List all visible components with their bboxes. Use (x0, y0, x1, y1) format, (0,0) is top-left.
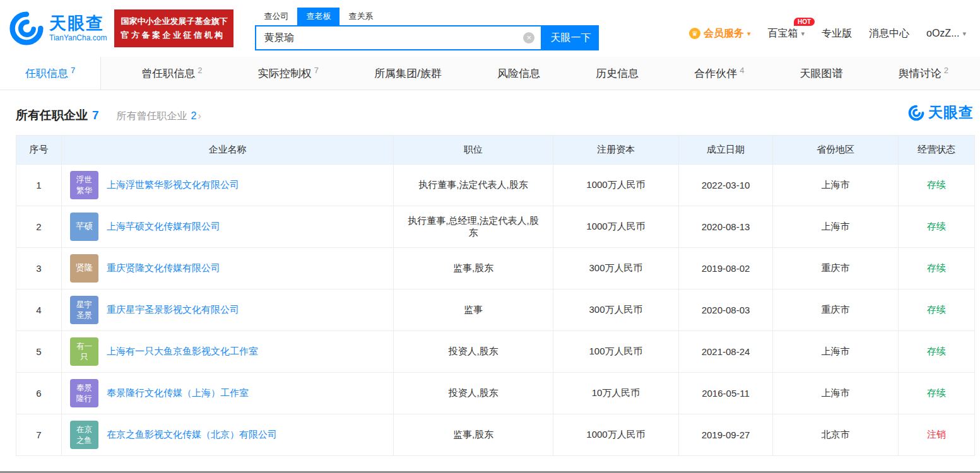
search-tab-search-boss[interactable]: 查老板 (297, 8, 339, 25)
tab-count: 7 (314, 66, 319, 75)
column-header: 序号 (16, 136, 62, 165)
company-avatar[interactable]: 芊硕 (70, 213, 98, 241)
position-cell: 执行董事,法定代表人,股东 (394, 165, 553, 206)
capital-cell: 10万人民币 (553, 373, 679, 414)
search-area: 查公司查老板查关系 × 天眼一下 (255, 8, 599, 50)
topnav-label-message-center: 消息中心 (869, 27, 909, 40)
search-box: × (255, 25, 542, 50)
gov-badge-line1: 国家中小企业发展子基金旗下 (121, 15, 227, 28)
tab-count: 2 (198, 66, 202, 75)
tianyancha-logo[interactable]: 天眼查 TianYanCha.com (9, 11, 107, 46)
company-link[interactable]: 在京之鱼影视文化传媒（北京）有限公司 (107, 429, 277, 441)
table-row: 4星宇圣景重庆星宇圣景影视文化有限公司监事300万人民币2020-08-03重庆… (16, 289, 975, 331)
company-cell: 奉景隆行奉景隆行文化传媒（上海）工作室 (62, 373, 394, 414)
tab-partners[interactable]: 合作伙伴4 (679, 57, 759, 90)
column-header: 成立日期 (679, 136, 773, 165)
tab-actual-control[interactable]: 实际控制权7 (243, 57, 334, 90)
past-companies-link[interactable]: 所有曾任职企业2› (117, 110, 201, 123)
company-wrap: 芊硕上海芊硕文化传媒有限公司 (62, 207, 393, 246)
hot-badge: HOT (794, 18, 815, 26)
company-avatar[interactable]: 星宇圣景 (70, 296, 98, 324)
tab-public-opinion[interactable]: 舆情讨论2 (883, 57, 964, 90)
company-cell: 在京之鱼在京之鱼影视文化传媒（北京）有限公司 (62, 414, 394, 456)
crown-icon: ♛ (689, 28, 700, 39)
company-avatar[interactable]: 在京之鱼 (70, 421, 98, 449)
avatar-line: 圣景 (76, 310, 92, 321)
capital-cell: 300万人民币 (553, 248, 679, 289)
company-link[interactable]: 上海有一只大鱼京鱼影视文化工作室 (107, 346, 258, 358)
search-input[interactable] (256, 32, 523, 44)
search-tab-search-relation[interactable]: 查关系 (339, 8, 382, 25)
tab-risk-info[interactable]: 风险信息 (482, 57, 555, 90)
table-row: 7在京之鱼在京之鱼影视文化传媒（北京）有限公司监事,股东1000万人民币2019… (16, 414, 975, 456)
company-avatar[interactable]: 浮世繁华 (70, 171, 98, 199)
company-wrap: 在京之鱼在京之鱼影视文化传媒（北京）有限公司 (62, 416, 393, 454)
search-button[interactable]: 天眼一下 (542, 25, 599, 50)
company-avatar[interactable]: 贤隆 (70, 254, 98, 283)
header: 天眼查 TianYanCha.com 国家中小企业发展子基金旗下 官方备案企业征… (0, 0, 980, 57)
section-title-text: 所有任职企业 (16, 108, 88, 122)
main-content: 所有任职企业7 所有曾任职企业2› 天眼查 序号企业名称职位注册资本成立日期省份… (0, 90, 980, 471)
tianyancha-watermark: 天眼查 (908, 103, 974, 122)
company-link[interactable]: 奉景隆行文化传媒（上海）工作室 (107, 387, 249, 399)
table-row: 1浮世繁华上海浮世繁华影视文化有限公司执行董事,法定代表人,股东1000万人民币… (16, 165, 975, 206)
avatar-line: 隆行 (76, 394, 92, 404)
avatar-line: 之鱼 (76, 435, 92, 446)
region-cell: 上海市 (773, 373, 899, 414)
row-index: 3 (16, 248, 62, 289)
established-date-cell: 2022-03-10 (679, 165, 773, 206)
tab-group-cluster[interactable]: 所属集团/族群 (359, 57, 457, 90)
chevron-down-icon: ▾ (801, 30, 805, 38)
company-link[interactable]: 重庆星宇圣景影视文化有限公司 (107, 304, 239, 316)
company-avatar[interactable]: 有一只 (70, 337, 98, 366)
company-link[interactable]: 上海浮世繁华影视文化有限公司 (107, 179, 239, 191)
topnav-label-pro-version: 专业版 (822, 27, 852, 40)
company-wrap: 贤隆重庆贤隆文化传媒有限公司 (62, 249, 393, 288)
company-avatar[interactable]: 奉景隆行 (70, 379, 98, 407)
tab-employment-info[interactable]: 任职信息7 (0, 57, 101, 90)
gov-certification-badge: 国家中小企业发展子基金旗下 官方备案企业征信机构 (114, 9, 233, 47)
status-badge: 存续 (899, 248, 975, 289)
row-index: 2 (16, 206, 62, 248)
topnav-user-menu[interactable]: oOzZ...▾ (926, 28, 966, 39)
tianyancha-watermark-icon (908, 105, 924, 121)
avatar-line: 只 (80, 352, 88, 363)
position-cell: 监事 (394, 289, 553, 331)
topnav-pro-version[interactable]: 专业版 (822, 27, 852, 40)
tab-tianyan-graph[interactable]: 天眼图谱 (785, 57, 858, 90)
row-index: 1 (16, 165, 62, 206)
tab-label: 合作伙伴 (694, 66, 737, 81)
section-title: 所有任职企业7 (16, 107, 99, 124)
position-cell: 监事,股东 (394, 414, 553, 456)
gov-badge-line2: 官方备案企业征信机构 (121, 28, 227, 42)
established-date-cell: 2020-08-13 (679, 206, 773, 248)
search-row: × 天眼一下 (255, 25, 599, 50)
company-link[interactable]: 重庆贤隆文化传媒有限公司 (107, 262, 220, 274)
search-tab-search-company[interactable]: 查公司 (255, 8, 297, 25)
company-link[interactable]: 上海芊硕文化传媒有限公司 (107, 221, 220, 233)
brand-domain: TianYanCha.com (49, 33, 107, 42)
avatar-line: 星宇 (76, 300, 92, 310)
company-cell: 星宇圣景重庆星宇圣景影视文化有限公司 (62, 289, 394, 331)
topnav-toolbox[interactable]: 百宝箱HOT▾ (767, 27, 805, 40)
tab-history-info[interactable]: 历史信息 (581, 57, 654, 90)
tab-past-employment-info[interactable]: 曾任职信息2 (126, 57, 217, 90)
topnav-message-center[interactable]: 消息中心 (869, 27, 909, 40)
avatar-line: 贤隆 (76, 262, 93, 274)
clear-icon[interactable]: × (523, 32, 534, 44)
row-index: 4 (16, 289, 62, 331)
company-cell: 有一只上海有一只大鱼京鱼影视文化工作室 (62, 331, 394, 373)
tab-label: 历史信息 (596, 66, 639, 81)
status-badge: 注销 (899, 414, 975, 456)
established-date-cell: 2020-08-03 (679, 289, 773, 331)
search-type-tabs: 查公司查老板查关系 (255, 8, 599, 25)
region-cell: 重庆市 (773, 248, 899, 289)
table-row: 5有一只上海有一只大鱼京鱼影视文化工作室投资人,股东100万人民币2021-08… (16, 331, 975, 373)
topnav-vip-services[interactable]: ♛会员服务▾ (689, 27, 751, 40)
tab-label: 风险信息 (497, 66, 540, 81)
tab-count: 7 (71, 66, 75, 75)
established-date-cell: 2019-09-27 (679, 414, 773, 456)
chevron-down-icon: ▾ (747, 30, 751, 38)
region-cell: 上海市 (773, 165, 899, 206)
company-wrap: 星宇圣景重庆星宇圣景影视文化有限公司 (62, 291, 393, 329)
